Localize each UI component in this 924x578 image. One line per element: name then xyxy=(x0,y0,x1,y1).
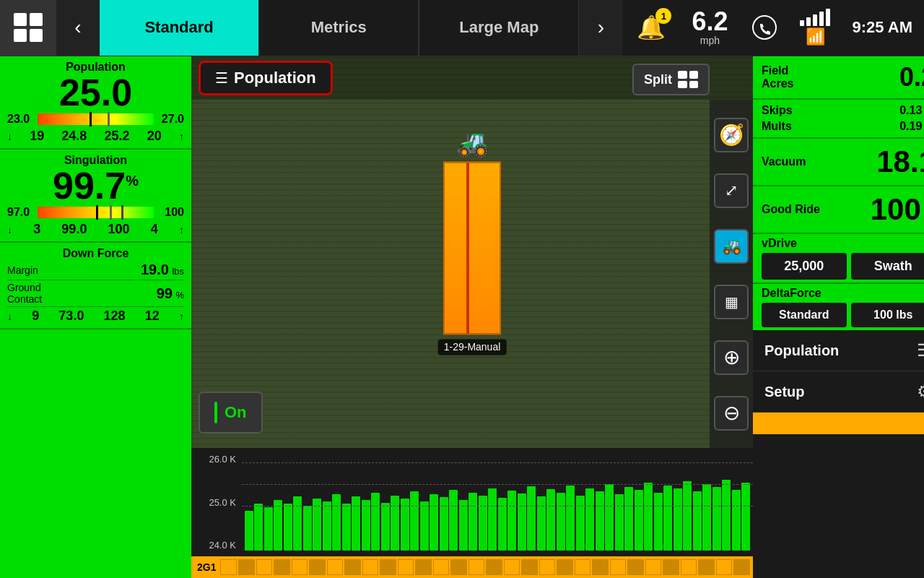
pop-left-arrow: ↓ xyxy=(7,131,12,142)
chart-bars xyxy=(242,448,753,556)
bar xyxy=(624,487,633,551)
tractor-button[interactable]: 🚜 xyxy=(714,229,749,264)
ground-label: GroundContact xyxy=(7,282,42,305)
tab-standard[interactable]: Standard xyxy=(100,0,258,56)
vdrive-block: vDrive 25,000 Swath xyxy=(753,234,924,284)
df-lbs-button[interactable]: 100 lbs xyxy=(851,303,925,327)
gc-sub-left-num: 9 xyxy=(32,309,39,324)
tab-large-map[interactable]: Large Map xyxy=(419,0,579,56)
pop-right-arrow: ↑ xyxy=(179,131,184,142)
speed-display: 6.2 mph xyxy=(680,0,739,56)
bar-group-26 xyxy=(732,483,750,551)
bar xyxy=(488,488,497,551)
right-bottom-panel: Population ☰ Setup ⚙ xyxy=(753,330,924,578)
bar xyxy=(546,489,555,551)
bar xyxy=(391,496,399,551)
bar-group-9 xyxy=(401,491,419,551)
zoom-out-button[interactable]: ⊖ xyxy=(714,396,749,431)
right-panel: FieldAcres 0.2 Skips 0.13 % Mults 0.19 %… xyxy=(753,56,924,578)
bar-group-19 xyxy=(596,484,614,551)
strip-seg-18 xyxy=(521,559,538,575)
bar-group-10 xyxy=(420,494,438,551)
bell-button[interactable]: 🔔 1 xyxy=(622,0,680,56)
bar xyxy=(371,493,380,551)
bar xyxy=(332,494,341,551)
skips-label: Skips xyxy=(762,104,793,117)
bar xyxy=(644,483,653,551)
time-value: 9:25 AM xyxy=(852,18,912,37)
strip-seg-1 xyxy=(220,559,237,575)
strip-seg-5 xyxy=(292,559,308,575)
bar xyxy=(683,481,692,551)
gc-sub-right-num: 12 xyxy=(145,309,160,324)
pop-sub-right-num: 20 xyxy=(147,129,162,144)
nav-left-button[interactable]: ‹ xyxy=(56,0,100,56)
bar xyxy=(585,488,594,551)
sing-sub-right-num: 4 xyxy=(151,222,158,237)
ground-sub: ↓ 9 73.0 128 12 ↑ xyxy=(7,307,184,325)
pop-range-max: 27.0 xyxy=(158,113,184,126)
tab-metrics[interactable]: Metrics xyxy=(258,0,419,56)
strip-seg-16 xyxy=(486,559,502,575)
bar-group-5 xyxy=(323,494,341,551)
vdrive-swath-button[interactable]: Swath xyxy=(851,253,925,280)
ground-unit: % xyxy=(175,290,184,301)
bar-group-24 xyxy=(693,484,711,551)
skips-row: Skips 0.13 % xyxy=(762,103,924,118)
df-standard-button[interactable]: Standard xyxy=(762,303,847,327)
bar-group-12 xyxy=(459,493,477,551)
sing-range-min: 97.0 xyxy=(7,206,33,219)
setup-bottom-item[interactable]: Setup ⚙ xyxy=(753,371,924,413)
bar xyxy=(702,484,711,551)
singulation-value: 99.7% xyxy=(7,167,184,204)
chart-label-bot: 24.0 K xyxy=(194,540,236,551)
sing-left-arrow: ↓ xyxy=(7,224,12,236)
pop-sub-left-num: 19 xyxy=(30,129,44,144)
bar-group-14 xyxy=(498,491,516,551)
bar xyxy=(468,493,477,551)
zoom-button[interactable]: ⤢ xyxy=(714,173,749,208)
strip-seg-13 xyxy=(433,559,450,575)
bar xyxy=(293,496,302,551)
goodride-block: Good Ride 100 % xyxy=(753,186,924,234)
strip-seg-3 xyxy=(256,559,273,575)
grid-map-button[interactable]: ▦ xyxy=(714,285,749,319)
skips-value: 0.13 % xyxy=(899,104,924,117)
split-button[interactable]: Split xyxy=(632,64,710,95)
strip-seg-10 xyxy=(380,559,396,575)
split-icon xyxy=(678,71,698,88)
grid-menu-button[interactable] xyxy=(0,0,56,56)
bar xyxy=(518,493,526,551)
split-label: Split xyxy=(644,72,672,87)
strip-seg-7 xyxy=(327,559,344,575)
on-button[interactable]: On xyxy=(199,392,263,434)
bar xyxy=(732,490,741,551)
population-bottom-item[interactable]: Population ☰ xyxy=(753,330,924,371)
skips-mults-block: Skips 0.13 % Mults 0.19 % xyxy=(753,100,924,139)
population-value: 25.0 xyxy=(7,74,184,111)
bar-group-1 xyxy=(245,504,263,551)
strip-seg-22 xyxy=(592,559,609,575)
strip-seg-9 xyxy=(362,559,379,575)
nav-right-button[interactable]: › xyxy=(579,0,622,56)
population-sub: ↓ 19 24.8 25.2 20 ↑ xyxy=(7,127,184,145)
chart-label-top: 26.0 K xyxy=(194,454,236,465)
speed-value: 6.2 xyxy=(692,9,728,35)
strip-seg-27 xyxy=(681,559,697,575)
grid-icon xyxy=(14,13,43,42)
population-map-button[interactable]: ☰ Population xyxy=(199,61,333,95)
singulation-sub: ↓ 3 99.0 100 4 ↑ xyxy=(7,220,184,238)
chart-y-labels: 26.0 K 25.0 K 24.0 K xyxy=(191,448,242,556)
sing-sub-left-val: 99.0 xyxy=(61,222,87,237)
zoom-in-button[interactable]: ⊕ xyxy=(714,340,749,375)
compass-button[interactable]: 🧭 xyxy=(714,118,749,152)
bar xyxy=(576,496,585,551)
bar-group-21 xyxy=(635,483,653,551)
seeder-label: 1-29-Manual xyxy=(438,339,507,355)
vdrive-buttons: 25,000 Swath xyxy=(762,253,924,280)
center-area: ☰ Population Split 🧭 ⤢ 🚜 ▦ ⊕ xyxy=(191,56,753,578)
phone-button[interactable] xyxy=(739,0,790,56)
downforce-title: Down Force xyxy=(7,247,184,260)
pop-range-min: 23.0 xyxy=(7,113,33,126)
vdrive-rate-button[interactable]: 25,000 xyxy=(762,253,847,280)
